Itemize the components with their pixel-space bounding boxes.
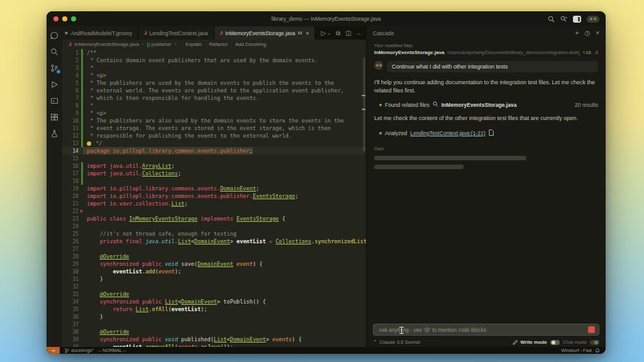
stop-generation-button[interactable]	[588, 326, 595, 333]
code-line[interactable]: 11 * event storage. The events are store…	[62, 124, 366, 132]
account-menu[interactable]	[587, 16, 599, 23]
code-line[interactable]: 12 * responsible for publishing the even…	[62, 132, 366, 140]
modified-file-name[interactable]: InMemoryEventsStorage.java	[374, 50, 445, 55]
modified-file-row[interactable]: InMemoryEventsStorage.java /Users/andyzh…	[374, 50, 598, 55]
code-line[interactable]: 27	[62, 245, 366, 253]
code-line[interactable]: 18	[62, 177, 366, 185]
code-line[interactable]: 2 * Contains domain event publishers tha…	[62, 57, 366, 64]
code-line[interactable]: 10 * The publishers are also used by the…	[62, 117, 366, 124]
customize-layout-icon[interactable]	[573, 16, 581, 23]
code-line[interactable]: 6 * external world. The events are publi…	[62, 87, 366, 94]
code-line[interactable]: 3 *	[62, 64, 366, 72]
code-line[interactable]: 22	[62, 207, 366, 215]
search-icon[interactable]	[548, 16, 555, 23]
code-line[interactable]: 20import io.pillopl.library.commons.even…	[62, 192, 366, 200]
code-line[interactable]: 28 @Override	[62, 253, 366, 260]
close-tab-icon[interactable]: ×	[306, 30, 309, 36]
tool-call-found-files[interactable]: Found related files InMemoryEventsStorag…	[374, 101, 598, 108]
code-line[interactable]: 38 @Override	[62, 328, 366, 336]
code-line[interactable]: 14package io.pillopl.library.common.even…	[62, 147, 366, 155]
run-debug-icon[interactable]	[50, 80, 59, 89]
split-editor-icon[interactable]: ◫	[345, 30, 351, 36]
code-line[interactable]: 40 eventList.removeAll(events.asJava());	[62, 343, 366, 347]
tab-inmemoryeventsstorage[interactable]: J InMemoryEventsStorage.java M ×	[214, 26, 316, 40]
code-line[interactable]: 29 synchronized public void save(DomainE…	[62, 260, 366, 268]
cascade-conversation: Your modified files: InMemoryEventsStora…	[367, 40, 606, 321]
close-panel-icon[interactable]: ×	[596, 30, 599, 36]
breadcrumb-symbol[interactable]: {} publisher	[147, 41, 171, 47]
code-line[interactable]: 36 }	[62, 313, 366, 321]
chat-mode-label: Chat mode	[563, 339, 587, 345]
code-line[interactable]: 15	[62, 155, 366, 162]
code-line[interactable]: 30 eventList.add(event);	[62, 268, 366, 275]
windsurf-status[interactable]: Windsurf - Fast	[561, 348, 592, 353]
code-line[interactable]: 25 //it's not thread safe, enough for te…	[62, 230, 366, 238]
activity-bar	[47, 26, 62, 347]
lens-explain[interactable]: Explain	[186, 41, 202, 47]
line-number: 12	[62, 132, 79, 140]
code-line[interactable]: 26 private final java.util.List<DomainEv…	[62, 238, 366, 245]
tab-readmodels-groovy[interactable]: ∗ AndReadModelsIT.groovy	[62, 26, 138, 40]
write-mode-toggle[interactable]	[550, 340, 560, 345]
new-chat-icon[interactable]: +	[575, 30, 579, 36]
code-line[interactable]: 8 *	[62, 102, 366, 109]
search-sidebar-icon[interactable]	[50, 47, 59, 57]
run-dropdown-icon[interactable]: ⌄	[327, 31, 331, 36]
code-line[interactable]: 37	[62, 321, 366, 328]
code-line[interactable]: 9 * <p>	[62, 109, 366, 117]
search-code-icon[interactable]	[560, 16, 567, 23]
lightbulb-icon[interactable]	[87, 141, 91, 146]
code-line[interactable]: 4 * <p>	[62, 72, 366, 79]
code-line[interactable]: 7 * which is then responsible for handli…	[62, 94, 366, 102]
code-line[interactable]: 39 synchronized public void published(Li…	[62, 336, 366, 343]
code-line[interactable]: 5 * The publishers are used by the domai…	[62, 79, 366, 87]
line-number: 31	[62, 275, 79, 283]
tool-call-analyzed[interactable]: Analyzed LendingTestContext.java:(1-21)	[374, 129, 598, 137]
code-line[interactable]: 13 */	[62, 140, 366, 147]
code-line[interactable]: 23public class InMemoryEventsStorage imp…	[62, 215, 366, 222]
source-control-icon[interactable]	[50, 63, 59, 73]
code-line[interactable]: 34 synchronized public List<DomainEvent>…	[62, 298, 366, 305]
assistant-reply: Let me check the content of the other in…	[374, 114, 598, 123]
code-line[interactable]: 35 return List.ofAll(eventList);	[62, 305, 366, 313]
code-line[interactable]: 17import java.util.Collections;	[62, 170, 366, 177]
code-line[interactable]: 21import io.vavr.collection.List;	[62, 200, 366, 207]
chat-input[interactable]	[374, 327, 588, 333]
code-text: * <p>	[83, 109, 106, 117]
remote-indicator[interactable]: ><	[47, 347, 60, 354]
code-line[interactable]: 32	[62, 283, 366, 290]
code-text: *	[83, 102, 93, 109]
back-icon[interactable]: ←	[357, 30, 363, 36]
editor-scrollbar[interactable]	[363, 57, 365, 151]
tab-lendingtestcontext[interactable]: J LendingTestContext.java	[138, 26, 214, 40]
code-line[interactable]: 16import java.util.ArrayList;	[62, 162, 366, 170]
git-branch-item[interactable]: docstrings*	[65, 348, 94, 353]
model-chevron-icon[interactable]: ⌃	[373, 339, 377, 345]
remote-explorer-icon[interactable]	[50, 96, 59, 106]
code-text: * Contains domain event publishers that …	[83, 57, 318, 64]
analyzed-file-link[interactable]: LendingTestContext.java:(1-21)	[410, 130, 485, 136]
chat-mode-toggle[interactable]	[590, 340, 599, 345]
test-flask-icon[interactable]	[50, 129, 59, 138]
code-line[interactable]: 1/**	[62, 49, 366, 57]
extensions-icon[interactable]	[50, 112, 59, 122]
tool-target-file[interactable]: InMemoryEventsStorage.java	[441, 102, 517, 108]
bell-icon[interactable]	[595, 348, 600, 353]
chat-icon[interactable]	[50, 31, 59, 40]
overview-ruler-mark	[362, 95, 365, 96]
code-line[interactable]: 19import io.pillopl.library.commons.even…	[62, 185, 366, 192]
breadcrumb-file[interactable]: InMemoryEventsStorage.java	[74, 41, 138, 47]
model-selector[interactable]: Claude 3.5 Sonnet	[380, 339, 421, 345]
line-number: 30	[62, 268, 79, 275]
open-changes-icon[interactable]: ⧉	[336, 30, 340, 37]
lens-add-docstring[interactable]: Add Docstring	[235, 41, 266, 47]
code-editor[interactable]: 1/**2 * Contains domain event publishers…	[62, 48, 366, 347]
history-icon[interactable]: ◷	[584, 30, 590, 36]
code-line[interactable]: 24	[62, 222, 366, 230]
run-file-icon[interactable]: ▷	[321, 30, 326, 36]
chat-input-box[interactable]	[373, 324, 599, 336]
code-line[interactable]: 31 }	[62, 275, 366, 283]
code-text: * which is then responsible for handling…	[83, 94, 259, 102]
lens-refactor[interactable]: Refactor	[209, 41, 228, 47]
code-line[interactable]: 33 @Override	[62, 290, 366, 298]
